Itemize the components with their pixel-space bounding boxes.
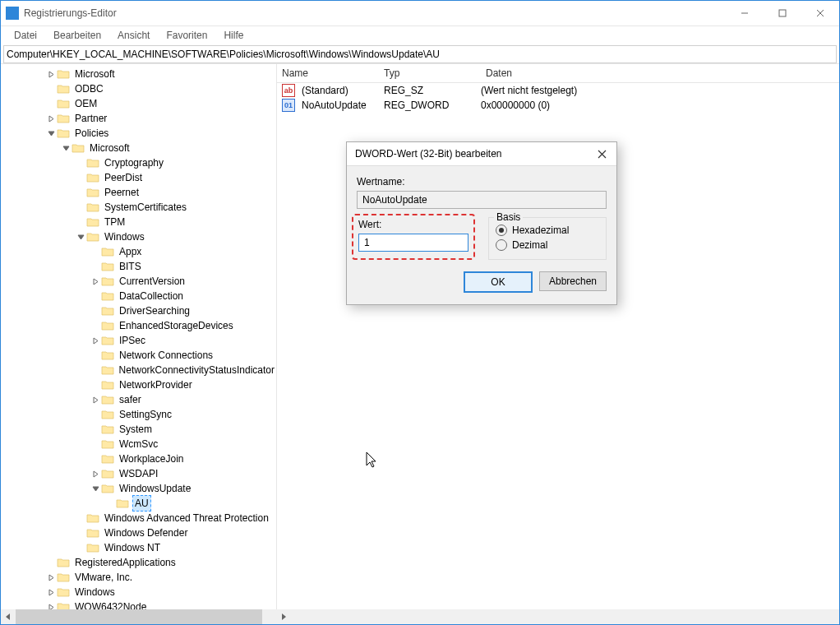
- menu-file[interactable]: Datei: [6, 28, 45, 43]
- scroll-track[interactable]: [16, 609, 276, 624]
- maximize-button[interactable]: [764, 1, 801, 25]
- folder-icon: [101, 409, 114, 420]
- folder-icon: [101, 468, 114, 479]
- tree-item-label: System: [118, 422, 154, 437]
- tree-item[interactable]: Windows: [1, 585, 276, 600]
- chevron-right-icon[interactable]: [90, 470, 101, 478]
- tree-item-label: Policies: [73, 126, 110, 141]
- name-label: Wertname:: [357, 176, 607, 188]
- radio-dec-label: Dezimal: [512, 239, 547, 251]
- tree-item[interactable]: RegisteredApplications: [1, 555, 276, 570]
- chevron-right-icon[interactable]: [45, 71, 57, 78]
- menu-view[interactable]: Ansicht: [109, 28, 158, 43]
- tree-item-label: Appx: [118, 244, 143, 259]
- tree-item[interactable]: OEM: [1, 96, 276, 111]
- chevron-right-icon[interactable]: [45, 574, 57, 581]
- radio-decimal[interactable]: Dezimal: [496, 238, 599, 252]
- folder-icon: [57, 68, 70, 80]
- tree-item[interactable]: Microsoft: [1, 141, 276, 155]
- tree-item-label: OEM: [73, 96, 99, 111]
- tree-item[interactable]: ODBC: [1, 81, 276, 96]
- chevron-right-icon[interactable]: [45, 589, 57, 596]
- tree-item[interactable]: WSDAPI: [1, 466, 276, 481]
- horizontal-scrollbar[interactable]: [1, 609, 839, 624]
- tree-item-label: Windows Advanced Threat Protection: [103, 511, 270, 525]
- ok-button[interactable]: OK: [464, 271, 533, 293]
- tree-item[interactable]: Peernet: [1, 185, 276, 200]
- tree-item[interactable]: SettingSync: [1, 407, 276, 422]
- cancel-button[interactable]: Abbrechen: [539, 271, 607, 291]
- minimize-button[interactable]: [726, 1, 764, 25]
- tree-item[interactable]: SystemCertificates: [1, 200, 276, 215]
- tree-item-label: Partner: [73, 111, 108, 126]
- tree-item[interactable]: PeerDist: [1, 170, 276, 185]
- folder-icon: [101, 275, 114, 287]
- tree-item[interactable]: WindowsUpdate: [1, 481, 276, 496]
- address-bar[interactable]: Computer\HKEY_LOCAL_MACHINE\SOFTWARE\Pol…: [3, 45, 837, 63]
- radio-hexadecimal[interactable]: Hexadezimal: [496, 223, 599, 238]
- folder-icon: [86, 231, 99, 243]
- folder-icon: [86, 187, 99, 198]
- tree-item[interactable]: VMware, Inc.: [1, 570, 276, 585]
- tree-item[interactable]: DriverSearching: [1, 303, 276, 318]
- tree-item[interactable]: Microsoft: [1, 67, 276, 81]
- folder-icon: [101, 379, 114, 391]
- basis-label: Basis: [494, 211, 523, 223]
- menu-help[interactable]: Hilfe: [215, 28, 252, 43]
- tree-item[interactable]: safer: [1, 392, 276, 407]
- chevron-right-icon[interactable]: [90, 278, 101, 285]
- folder-icon: [86, 542, 99, 553]
- tree-item[interactable]: WcmSvc: [1, 437, 276, 451]
- tree-item[interactable]: CurrentVersion: [1, 274, 276, 289]
- col-name[interactable]: Name: [277, 67, 379, 79]
- tree-item-label: SystemCertificates: [103, 200, 188, 215]
- tree-item[interactable]: NetworkConnectivityStatusIndicator: [1, 363, 276, 377]
- tree-item[interactable]: Windows: [1, 229, 276, 244]
- tree-item[interactable]: BITS: [1, 259, 276, 274]
- chevron-right-icon[interactable]: [90, 396, 101, 404]
- value-input[interactable]: [358, 234, 468, 252]
- tree-item-label: Cryptography: [103, 155, 165, 170]
- chevron-right-icon[interactable]: [45, 115, 57, 123]
- col-data[interactable]: Daten: [481, 67, 839, 79]
- tree-item[interactable]: WorkplaceJoin: [1, 451, 276, 466]
- tree-item[interactable]: EnhancedStorageDevices: [1, 318, 276, 333]
- tree-item[interactable]: Partner: [1, 111, 276, 126]
- tree-item[interactable]: DataCollection: [1, 289, 276, 303]
- folder-icon: [101, 290, 114, 302]
- menu-favorites[interactable]: Favoriten: [158, 28, 215, 43]
- tree-item-label: Windows: [103, 229, 146, 244]
- dialog-close-button[interactable]: [587, 142, 616, 165]
- tree-item[interactable]: Appx: [1, 244, 276, 259]
- tree-item[interactable]: Cryptography: [1, 155, 276, 170]
- value-row[interactable]: ab(Standard)REG_SZ(Wert nicht festgelegt…: [277, 83, 839, 98]
- tree-item[interactable]: Windows NT: [1, 540, 276, 555]
- menu-edit[interactable]: Bearbeiten: [45, 28, 109, 43]
- tree-item[interactable]: TPM: [1, 215, 276, 229]
- tree-item[interactable]: Windows Defender: [1, 525, 276, 540]
- close-button[interactable]: [801, 1, 839, 25]
- chevron-down-icon[interactable]: [75, 234, 86, 241]
- tree-item[interactable]: NetworkProvider: [1, 377, 276, 392]
- tree-item[interactable]: IPSec: [1, 333, 276, 348]
- value-row[interactable]: 01NoAutoUpdateREG_DWORD0x00000000 (0): [277, 98, 839, 113]
- tree-pane[interactable]: MicrosoftODBCOEMPartnerPoliciesMicrosoft…: [1, 64, 277, 612]
- tree-item[interactable]: Policies: [1, 126, 276, 141]
- folder-icon: [101, 305, 114, 317]
- tree-item[interactable]: AU: [1, 496, 276, 511]
- folder-icon: [101, 261, 114, 272]
- tree-item-label: Microsoft: [88, 141, 132, 155]
- chevron-right-icon[interactable]: [90, 337, 101, 345]
- tree-item[interactable]: Network Connections: [1, 348, 276, 363]
- chevron-down-icon[interactable]: [45, 130, 57, 137]
- tree-item[interactable]: Windows Advanced Threat Protection: [1, 511, 276, 525]
- scroll-left-icon[interactable]: [1, 609, 16, 624]
- col-type[interactable]: Typ: [379, 67, 481, 79]
- chevron-down-icon[interactable]: [60, 145, 72, 152]
- scroll-thumb[interactable]: [16, 609, 262, 624]
- scroll-right-icon[interactable]: [276, 609, 291, 624]
- radio-dec-icon: [496, 239, 507, 251]
- tree-item-label: WindowsUpdate: [118, 481, 192, 496]
- tree-item[interactable]: System: [1, 422, 276, 437]
- chevron-down-icon[interactable]: [90, 485, 101, 493]
